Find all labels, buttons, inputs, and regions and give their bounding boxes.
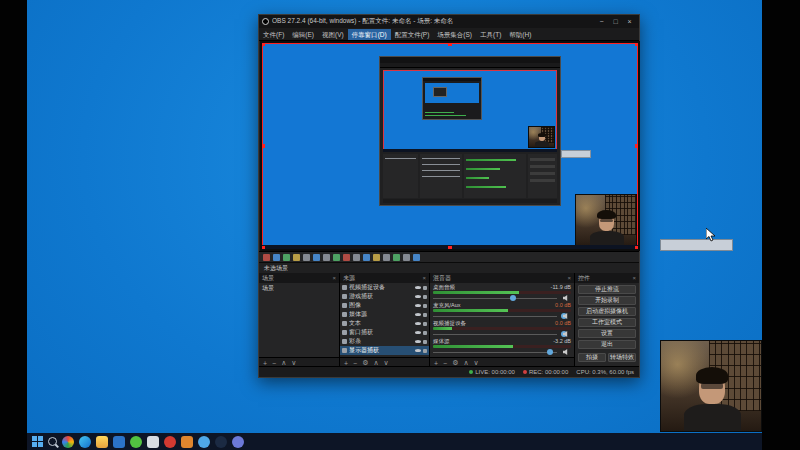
toolbar-icon[interactable] (373, 254, 380, 261)
source-row[interactable]: 彩条 (340, 337, 429, 346)
controls-dock-header[interactable]: 控件 × (575, 273, 639, 283)
source-row[interactable]: 视频捕捉设备 (340, 283, 429, 292)
start-button[interactable] (32, 436, 43, 447)
source-row[interactable]: 文本 (340, 319, 429, 328)
selection-handle[interactable] (262, 43, 265, 46)
source-row[interactable]: 媒体源 (340, 310, 429, 319)
taskbar-app-icon[interactable] (164, 436, 176, 448)
source-row[interactable]: 图像 (340, 301, 429, 310)
scenes-dock-header[interactable]: 场景 × (259, 273, 339, 283)
visibility-eye-icon[interactable] (415, 313, 421, 316)
taskbar-app-icon[interactable] (147, 436, 159, 448)
exit-button[interactable]: 退出 (578, 340, 636, 349)
minimize-button[interactable]: − (595, 16, 608, 27)
maximize-button[interactable]: □ (609, 16, 622, 27)
menu-file[interactable]: 文件(F) (259, 29, 288, 40)
selection-handle[interactable] (448, 43, 452, 46)
lock-icon[interactable] (423, 349, 427, 353)
toolbar-icon[interactable] (313, 254, 320, 261)
menu-scene-collection[interactable]: 场景集合(S) (433, 29, 476, 40)
settings-button[interactable]: 设置 (578, 329, 636, 338)
toolbar-icon[interactable] (293, 254, 300, 261)
taskbar-app-icon[interactable] (232, 436, 244, 448)
taskbar-app-icon[interactable] (113, 436, 125, 448)
toolbar-icon[interactable] (363, 254, 370, 261)
menu-docks[interactable]: 停靠窗口(D) (348, 29, 391, 40)
scene-item[interactable]: 场景 (259, 283, 339, 293)
webcam-window[interactable] (660, 340, 762, 432)
visibility-eye-icon[interactable] (415, 331, 421, 334)
obs-window[interactable]: OBS 27.2.4 (64-bit, windows) - 配置文件: 未命名… (258, 14, 640, 378)
taskbar-app-icon[interactable] (215, 436, 227, 448)
dock-close-icon[interactable]: × (332, 273, 336, 283)
visibility-eye-icon[interactable] (415, 304, 421, 307)
display-capture-preview[interactable] (262, 43, 638, 249)
menu-edit[interactable]: 编辑(E) (288, 29, 318, 40)
obs-titlebar[interactable]: OBS 27.2.4 (64-bit, windows) - 配置文件: 未命名… (259, 15, 639, 28)
studio-mode-button[interactable]: 工作室模式 (578, 318, 636, 327)
toolbar-icon[interactable] (343, 254, 350, 261)
selection-handle[interactable] (262, 144, 265, 148)
selection-handle[interactable] (635, 246, 638, 249)
toolbar-icon[interactable] (303, 254, 310, 261)
lock-icon[interactable] (423, 322, 427, 326)
volume-slider-track[interactable] (433, 316, 557, 317)
toolbar-icon[interactable] (263, 254, 270, 261)
stop-streaming-button[interactable]: 停止推流 (578, 285, 636, 294)
lock-icon[interactable] (423, 313, 427, 317)
webcam-source-overlay[interactable] (575, 194, 637, 247)
source-row[interactable]: 游戏捕获 (340, 292, 429, 301)
virtual-camera-button[interactable]: 启动虚拟摄像机 (578, 307, 636, 316)
selection-handle[interactable] (635, 43, 638, 46)
sources-dock-header[interactable]: 来源 × (340, 273, 429, 283)
volume-slider-track[interactable] (433, 334, 557, 335)
toolbar-icon[interactable] (283, 254, 290, 261)
search-icon[interactable] (48, 437, 57, 446)
lock-icon[interactable] (423, 340, 427, 344)
volume-slider-track[interactable] (433, 298, 557, 299)
speaker-icon[interactable] (563, 349, 569, 355)
lock-icon[interactable] (423, 286, 427, 290)
visibility-eye-icon[interactable] (415, 349, 421, 352)
selection-handle[interactable] (262, 246, 265, 249)
taskbar-app-icon[interactable] (198, 436, 210, 448)
lock-icon[interactable] (423, 304, 427, 308)
toolbar-icon[interactable] (413, 254, 420, 261)
toolbar-icon[interactable] (323, 254, 330, 261)
visibility-eye-icon[interactable] (415, 286, 421, 289)
toolbar-icon[interactable] (403, 254, 410, 261)
selection-handle[interactable] (448, 246, 452, 249)
volume-slider-track[interactable] (433, 352, 557, 353)
transition-effects-button[interactable]: 转场特效 (608, 353, 636, 362)
toolbar-icon[interactable] (273, 254, 280, 261)
lock-icon[interactable] (423, 295, 427, 299)
source-row[interactable]: 窗口捕获 (340, 328, 429, 337)
menu-view[interactable]: 视图(V) (318, 29, 348, 40)
taskbar-app-icon[interactable] (62, 436, 74, 448)
toolbar-icon[interactable] (353, 254, 360, 261)
visibility-eye-icon[interactable] (415, 295, 421, 298)
selection-handle[interactable] (635, 144, 638, 148)
taskbar-app-icon[interactable] (130, 436, 142, 448)
visibility-eye-icon[interactable] (415, 322, 421, 325)
toolbar-icon[interactable] (383, 254, 390, 261)
menu-help[interactable]: 帮助(H) (505, 29, 535, 40)
toolbar-icon[interactable] (393, 254, 400, 261)
taskbar-app-icon[interactable] (79, 436, 91, 448)
mixer-dock-header[interactable]: 混音器 × (430, 273, 574, 283)
obs-preview-canvas[interactable] (260, 41, 640, 251)
menu-tools[interactable]: 工具(T) (476, 29, 505, 40)
start-recording-button[interactable]: 开始录制 (578, 296, 636, 305)
visibility-eye-icon[interactable] (415, 340, 421, 343)
menu-profile[interactable]: 配置文件(P) (391, 29, 434, 40)
windows-desktop[interactable]: OBS 27.2.4 (64-bit, windows) - 配置文件: 未命名… (27, 0, 762, 450)
taskbar-app-icon[interactable] (181, 436, 193, 448)
dock-close-icon[interactable]: × (567, 273, 571, 283)
lock-icon[interactable] (423, 331, 427, 335)
snapshot-button[interactable]: 拍摄 (578, 353, 606, 362)
taskbar-app-icon[interactable] (96, 436, 108, 448)
volume-slider-handle[interactable] (547, 349, 553, 355)
toolbar-icon[interactable] (333, 254, 340, 261)
dock-close-icon[interactable]: × (632, 273, 636, 283)
source-row-selected[interactable]: 显示器捕获 (340, 346, 429, 355)
